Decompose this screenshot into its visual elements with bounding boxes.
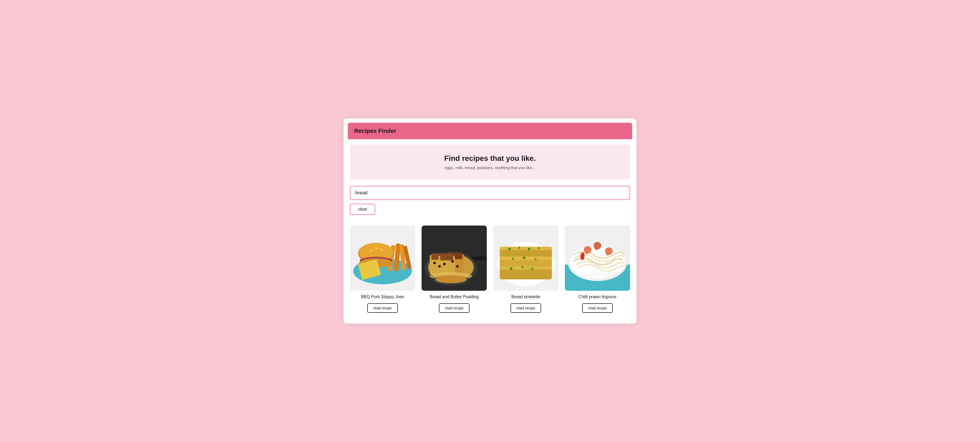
- recipe-name-bread-butter: Bread and Butter Pudding: [430, 294, 479, 300]
- recipe-name-bbq: BBQ Pork Sloppy Joes: [361, 294, 404, 300]
- recipe-image-bbq: [350, 226, 415, 291]
- svg-point-43: [538, 247, 540, 249]
- svg-point-26: [451, 260, 454, 263]
- svg-point-48: [522, 266, 523, 268]
- hero-section: Find recipes that you like. eggs, milk, …: [350, 145, 630, 180]
- svg-point-53: [575, 270, 620, 277]
- read-recipe-button-bread-butter[interactable]: read recipe: [439, 303, 469, 313]
- recipe-card-bread-butter: Bread and Butter Pudding read recipe: [422, 226, 487, 313]
- recipe-image-bread-omelette: [493, 226, 558, 291]
- svg-rect-23: [440, 254, 453, 261]
- svg-point-46: [535, 258, 536, 260]
- search-input[interactable]: [350, 186, 630, 200]
- app-container: Recipes Finder Find recipes that you lik…: [344, 119, 636, 323]
- svg-rect-38: [500, 257, 552, 260]
- svg-point-28: [443, 263, 446, 266]
- recipe-name-bread-omelette: Bread omelette: [511, 294, 540, 300]
- read-recipe-button-chilli-prawn[interactable]: read recipe: [582, 303, 612, 313]
- svg-point-31: [435, 275, 466, 283]
- read-recipe-button-bread-omelette[interactable]: read recipe: [511, 303, 541, 313]
- recipe-name-chilli-prawn: Chilli prawn linguine: [578, 294, 616, 300]
- app-title: Recipes Finder: [354, 127, 396, 134]
- svg-point-44: [512, 258, 514, 260]
- svg-point-49: [531, 268, 534, 270]
- svg-rect-37: [500, 247, 552, 250]
- recipe-image-chilli-prawn: [565, 226, 630, 291]
- svg-point-25: [438, 265, 441, 268]
- header-bar: Recipes Finder: [348, 123, 632, 139]
- svg-point-41: [518, 247, 520, 249]
- recipe-card-chilli-prawn: Chilli prawn linguine read recipe: [565, 226, 630, 313]
- hero-title: Find recipes that you like.: [355, 154, 625, 163]
- results-grid: BBQ Pork Sloppy Joes read recipe: [350, 226, 630, 313]
- svg-rect-39: [500, 266, 552, 269]
- clear-button[interactable]: clear: [350, 204, 375, 215]
- hero-subtitle: eggs, milk, bread, potatoes, anything th…: [355, 165, 625, 170]
- svg-point-45: [523, 257, 525, 259]
- svg-point-24: [433, 262, 436, 264]
- svg-point-47: [510, 267, 512, 270]
- read-recipe-button-bbq[interactable]: read recipe: [367, 303, 398, 313]
- svg-point-42: [528, 248, 530, 251]
- recipe-image-bread-butter: [422, 226, 487, 291]
- svg-point-40: [508, 248, 511, 251]
- recipe-card: BBQ Pork Sloppy Joes read recipe: [350, 226, 415, 313]
- recipe-card-bread-omelette: Bread omelette read recipe: [493, 226, 558, 313]
- main-content: Find recipes that you like. eggs, milk, …: [344, 139, 636, 323]
- svg-point-27: [456, 265, 459, 268]
